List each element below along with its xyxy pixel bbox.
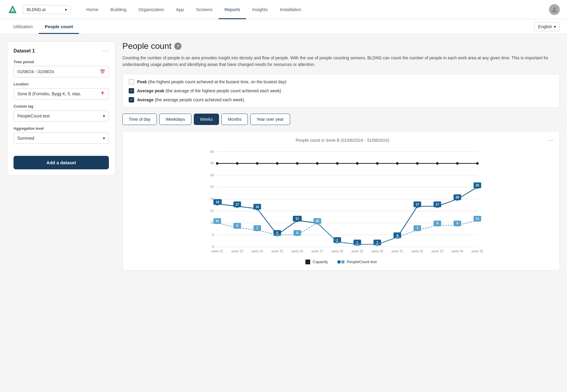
calendar-icon: 📅 (100, 69, 105, 74)
location-group: Location Sone B (Fornebu, Bygg K, 5. eta… (14, 82, 109, 99)
svg-point-22 (236, 162, 238, 165)
chart-menu-button[interactable]: ··· (549, 137, 554, 144)
svg-text:17: 17 (416, 202, 419, 206)
aggregation-select[interactable]: Summed ▾ (14, 132, 109, 144)
svg-text:35: 35 (210, 161, 214, 165)
dataset-header: Dataset 1 ··· (14, 48, 109, 54)
main-header: BLDNG.ai ▾ Home Building Organization Ap… (0, 0, 567, 19)
chart-legend: Capacity PeopleCount test (129, 260, 554, 264)
svg-text:20: 20 (456, 195, 459, 199)
custom-tag-label: Custom tag (14, 104, 109, 108)
tab-people-count[interactable]: People count (39, 19, 79, 34)
nav-app[interactable]: App (170, 0, 190, 19)
location-label: Location (14, 82, 109, 86)
svg-text:5: 5 (296, 231, 298, 235)
svg-text:10: 10 (316, 219, 319, 223)
svg-text:11: 11 (476, 217, 479, 220)
chevron-down-icon: ▾ (65, 7, 67, 12)
nav-organization[interactable]: Organization (132, 0, 170, 19)
average-peak-description: (the average of the highest people count… (165, 88, 281, 93)
tab-utilization[interactable]: Utilization (7, 19, 39, 34)
svg-point-29 (376, 162, 378, 165)
time-period-group: Time period 01/06/24 - 31/08/24 📅 (14, 60, 109, 77)
svg-text:25: 25 (476, 183, 479, 187)
svg-text:0: 0 (212, 245, 214, 248)
view-tabs: Time of day Weekdays Weeks Months Year o… (122, 114, 560, 125)
nav-home[interactable]: Home (80, 0, 104, 19)
svg-point-25 (296, 162, 298, 165)
checkbox-group: Peak (the highest people count achieved … (122, 74, 560, 108)
average-peak-label: Average peak (137, 88, 164, 93)
svg-text:11: 11 (296, 217, 299, 220)
checkbox-average: Average (the average people count achiev… (129, 97, 554, 102)
nav-building[interactable]: Building (104, 0, 132, 19)
custom-tag-select[interactable]: PeopleCount test ▾ (14, 110, 109, 122)
nav-screens[interactable]: Screens (190, 0, 218, 19)
svg-text:week 29: week 29 (351, 249, 363, 253)
svg-text:week 28: week 28 (331, 249, 344, 253)
add-dataset-button[interactable]: Add a dataset (14, 156, 109, 169)
peak-checkbox[interactable] (129, 79, 134, 85)
svg-point-30 (396, 162, 398, 165)
svg-text:17: 17 (236, 202, 239, 206)
dataset-menu-button[interactable]: ··· (103, 48, 109, 54)
average-checkbox[interactable] (129, 97, 134, 102)
nav-reports[interactable]: Reports (218, 0, 246, 19)
legend-capacity-icon (305, 260, 310, 264)
svg-text:10: 10 (215, 219, 219, 223)
svg-text:week 25: week 25 (271, 249, 283, 253)
tab-weeks[interactable]: Weeks (194, 114, 219, 125)
svg-point-2 (553, 7, 556, 10)
average-label: Average (137, 97, 154, 102)
svg-point-32 (436, 162, 439, 165)
svg-point-95 (376, 243, 378, 245)
people-count-chart: 0 5 10 15 20 25 30 35 40 (129, 148, 554, 256)
tab-months[interactable]: Months (221, 114, 248, 125)
content-area: People count ? Counting the number of pe… (122, 41, 560, 381)
nav-insights[interactable]: Insights (246, 0, 274, 19)
sub-header: Utilization People count English ▾ (0, 19, 567, 34)
location-input[interactable]: Sone B (Fornebu, Bygg K, 5. etas. 📍 (14, 88, 109, 99)
svg-text:5: 5 (212, 233, 214, 236)
svg-text:9: 9 (457, 221, 458, 225)
legend-people-count: PeopleCount test (338, 260, 377, 264)
svg-point-96 (396, 236, 398, 238)
svg-point-26 (316, 162, 318, 165)
tab-year-over-year[interactable]: Year over year (250, 114, 290, 125)
tab-time-of-day[interactable]: Time of day (122, 114, 157, 125)
svg-text:week 33: week 33 (431, 249, 443, 253)
dataset-title: Dataset 1 (14, 48, 35, 54)
svg-text:week 30: week 30 (371, 249, 383, 253)
svg-point-33 (456, 162, 458, 165)
time-period-input[interactable]: 01/06/24 - 31/08/24 📅 (14, 66, 109, 77)
org-selector[interactable]: BLDNG.ai ▾ (23, 5, 71, 14)
svg-point-94 (356, 243, 358, 245)
language-selector[interactable]: English ▾ (534, 22, 560, 31)
user-icon (551, 6, 558, 13)
average-description: (the average people count achieved each … (155, 97, 244, 102)
average-peak-checkbox[interactable] (129, 88, 134, 94)
svg-text:40: 40 (210, 150, 214, 153)
svg-text:week 22: week 22 (211, 249, 223, 253)
chart-title: People count in Sone B (01/06/2024 - 31/… (136, 138, 549, 143)
custom-tag-group: Custom tag PeopleCount test ▾ (14, 104, 109, 122)
page-title-row: People count ? (122, 41, 560, 51)
user-avatar[interactable] (549, 4, 560, 15)
aggregation-label: Aggregation level (14, 126, 109, 131)
svg-point-86 (276, 233, 278, 236)
legend-people-count-icon (338, 260, 344, 263)
help-icon[interactable]: ? (174, 43, 182, 50)
nav-installation[interactable]: Installation (274, 0, 307, 19)
peak-description: (the highest people count achieved at th… (148, 79, 286, 84)
chevron-down-icon: ▾ (103, 136, 105, 141)
svg-text:week 34: week 34 (451, 249, 464, 253)
svg-text:7: 7 (256, 226, 258, 230)
svg-text:18: 18 (216, 200, 219, 204)
svg-point-28 (356, 162, 358, 165)
svg-text:8: 8 (236, 224, 238, 227)
svg-text:16: 16 (256, 205, 259, 208)
chart-header: People count in Sone B (01/06/2024 - 31/… (129, 137, 554, 144)
svg-point-93 (336, 241, 338, 243)
svg-text:week 35: week 35 (471, 249, 484, 253)
tab-weekdays[interactable]: Weekdays (159, 114, 191, 125)
